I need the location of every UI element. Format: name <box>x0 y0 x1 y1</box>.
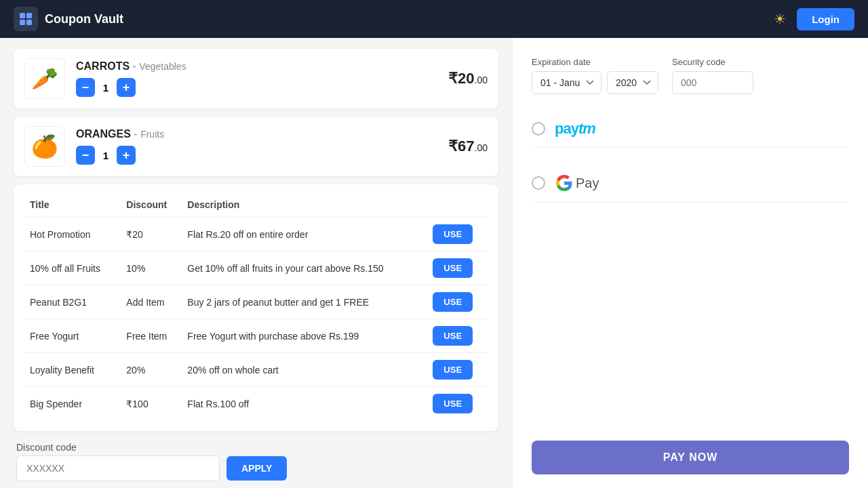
item-info-oranges: ORANGES - Fruits − 1 + <box>76 128 437 165</box>
gpay-option[interactable]: Pay <box>532 164 849 203</box>
coupon-table: Title Discount Description Hot Promotion… <box>24 195 488 420</box>
gpay-logo: Pay <box>555 174 599 192</box>
expiry-year-select[interactable]: 2020 2021 2022 2023 <box>607 71 658 94</box>
expiry-section: Expiration date 01 - Janu 02 - Feb 03 - … <box>532 57 849 94</box>
main-content: 🥕 CARROTS - Vegetables − 1 + ₹20.00 🍊 OR… <box>0 38 868 488</box>
item-separator-carrots: - <box>133 60 140 72</box>
item-price-oranges: ₹67.00 <box>448 138 488 155</box>
expiry-month-select[interactable]: 01 - Janu 02 - Feb 03 - Mar 12 - Dec <box>532 71 601 94</box>
coupon-title-2: Peanut B2G1 <box>24 285 121 319</box>
qty-decrease-carrots[interactable]: − <box>76 78 95 97</box>
coupon-description-4: 20% off on whole cart <box>182 353 427 387</box>
item-category-oranges: Fruits <box>140 129 164 140</box>
item-name-oranges: ORANGES <box>76 128 131 140</box>
item-name-carrots: CARROTS <box>76 60 130 72</box>
svg-rect-3 <box>26 20 32 25</box>
coupon-discount-3: Free Item <box>121 319 182 353</box>
cart-item-oranges: 🍊 ORANGES - Fruits − 1 + ₹67.00 <box>14 117 498 176</box>
right-panel: Expiration date 01 - Janu 02 - Feb 03 - … <box>512 38 868 488</box>
google-g-icon <box>555 174 574 192</box>
expiration-label: Expiration date <box>532 57 658 67</box>
col-header-title: Title <box>24 195 121 218</box>
qty-value-oranges: 1 <box>100 150 111 161</box>
table-row: Big Spender ₹100 Flat Rs.100 off USE <box>24 387 488 421</box>
coupon-discount-2: Add Item <box>121 285 182 319</box>
header-right: ☀ Login <box>774 8 854 30</box>
use-button-2[interactable]: USE <box>433 292 473 312</box>
app-logo <box>14 7 38 31</box>
qty-decrease-oranges[interactable]: − <box>76 146 95 165</box>
coupon-description-3: Free Yogurt with purchase above Rs.199 <box>182 319 427 353</box>
col-header-description: Description <box>182 195 427 218</box>
coupon-title-3: Free Yogurt <box>24 319 121 353</box>
coupon-title-1: 10% off all Fruits <box>24 251 121 285</box>
expiration-inputs: 01 - Janu 02 - Feb 03 - Mar 12 - Dec 202… <box>532 71 658 94</box>
coupon-title-5: Big Spender <box>24 387 121 421</box>
gpay-radio[interactable] <box>532 176 545 190</box>
cart-item-carrots: 🥕 CARROTS - Vegetables − 1 + ₹20.00 <box>14 49 498 108</box>
item-image-carrots: 🥕 <box>24 58 65 99</box>
item-price-carrots: ₹20.00 <box>448 70 488 87</box>
coupon-action-0: USE <box>427 218 488 251</box>
coupon-action-1: USE <box>427 251 488 285</box>
security-code-input[interactable] <box>672 71 753 94</box>
theme-toggle-icon[interactable]: ☀ <box>774 11 786 27</box>
coupon-action-3: USE <box>427 319 488 353</box>
header-left: Coupon Vault <box>14 7 123 31</box>
coupon-action-4: USE <box>427 353 488 387</box>
pay-now-button[interactable]: PAY NOW <box>532 441 849 474</box>
use-button-4[interactable]: USE <box>433 360 473 380</box>
coupon-discount-4: 20% <box>121 353 182 387</box>
col-header-discount: Discount <box>121 195 182 218</box>
expiration-group: Expiration date 01 - Janu 02 - Feb 03 - … <box>532 57 658 94</box>
qty-increase-oranges[interactable]: + <box>117 146 136 165</box>
gpay-text: Pay <box>576 176 599 191</box>
security-label: Security code <box>672 57 753 67</box>
paytm-option[interactable]: paytm <box>532 110 849 148</box>
paytm-logo: paytm <box>555 120 595 138</box>
security-group: Security code <box>672 57 753 94</box>
header: Coupon Vault ☀ Login <box>0 0 868 38</box>
item-image-oranges: 🍊 <box>24 126 65 167</box>
item-category-carrots: Vegetables <box>139 61 186 72</box>
discount-input[interactable] <box>16 455 220 481</box>
coupon-discount-0: ₹20 <box>121 218 182 251</box>
svg-rect-1 <box>26 13 32 18</box>
use-button-3[interactable]: USE <box>433 326 473 346</box>
coupon-description-0: Flat Rs.20 off on entire order <box>182 218 427 251</box>
table-row: 10% off all Fruits 10% Get 10% off all f… <box>24 251 488 285</box>
discount-row: APPLY <box>16 455 498 481</box>
use-button-5[interactable]: USE <box>433 394 473 413</box>
table-row: Hot Promotion ₹20 Flat Rs.20 off on enti… <box>24 218 488 251</box>
left-panel: 🥕 CARROTS - Vegetables − 1 + ₹20.00 🍊 OR… <box>0 38 512 488</box>
coupon-description-2: Buy 2 jars of peanut butter and get 1 FR… <box>182 285 427 319</box>
svg-rect-2 <box>20 20 25 25</box>
coupon-discount-5: ₹100 <box>121 387 182 421</box>
paytm-radio[interactable] <box>532 122 545 136</box>
login-button[interactable]: Login <box>797 8 854 30</box>
coupon-discount-1: 10% <box>121 251 182 285</box>
item-separator-oranges: - <box>134 128 140 140</box>
apply-button[interactable]: APPLY <box>226 456 287 481</box>
coupon-action-5: USE <box>427 387 488 421</box>
table-row: Peanut B2G1 Add Item Buy 2 jars of peanu… <box>24 285 488 319</box>
svg-rect-0 <box>20 13 25 18</box>
app-title: Coupon Vault <box>45 12 123 26</box>
table-row: Loyality Benefit 20% 20% off on whole ca… <box>24 353 488 387</box>
qty-value-carrots: 1 <box>100 82 111 94</box>
coupon-description-1: Get 10% off all fruits in your cart abov… <box>182 251 427 285</box>
item-info-carrots: CARROTS - Vegetables − 1 + <box>76 60 437 97</box>
use-button-1[interactable]: USE <box>433 258 473 278</box>
use-button-0[interactable]: USE <box>433 224 473 244</box>
coupon-action-2: USE <box>427 285 488 319</box>
table-row: Free Yogurt Free Item Free Yogurt with p… <box>24 319 488 353</box>
discount-section: Discount code APPLY <box>14 442 498 481</box>
coupon-title-4: Loyality Benefit <box>24 353 121 387</box>
coupon-table-wrapper: Title Discount Description Hot Promotion… <box>14 184 498 431</box>
col-header-action <box>427 195 488 218</box>
qty-controls-oranges: − 1 + <box>76 146 437 165</box>
qty-controls-carrots: − 1 + <box>76 78 437 97</box>
qty-increase-carrots[interactable]: + <box>117 78 136 97</box>
discount-label: Discount code <box>16 442 498 453</box>
coupon-description-5: Flat Rs.100 off <box>182 387 427 421</box>
